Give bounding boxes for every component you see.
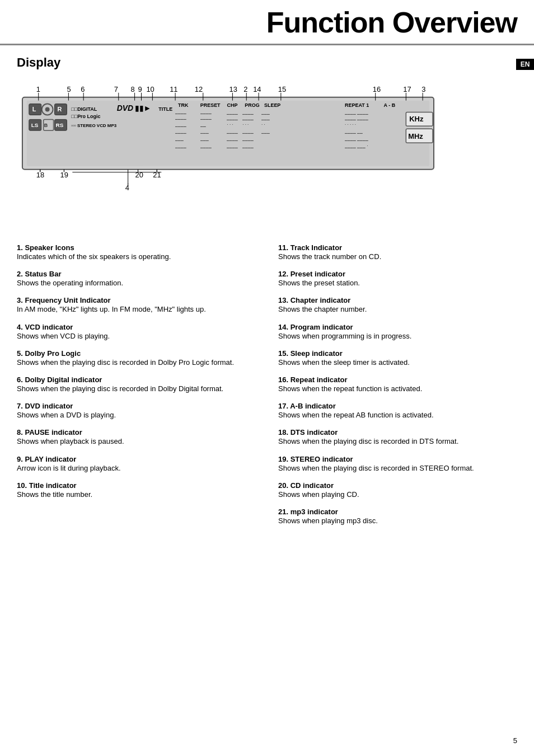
item-title-20: 20. CD indicator [278, 481, 517, 490]
item-body-5: Shows when the playing disc is recorded … [17, 358, 256, 368]
desc-item-19: 19. STEREO indicatorShows when the playi… [278, 455, 517, 473]
svg-text:▮▮: ▮▮ [135, 104, 144, 112]
svg-text:15: 15 [278, 85, 286, 93]
page-header: Function Overview [0, 0, 534, 45]
svg-text:⎯⎯⎯⎯: ⎯⎯⎯⎯ [242, 143, 254, 148]
svg-text:6: 6 [81, 85, 85, 93]
desc-item-17: 17. A-B indicatorShows when the repeat A… [278, 402, 517, 420]
svg-text:⎯⎯⎯⎯ ⎯⎯: ⎯⎯⎯⎯ ⎯⎯ [345, 129, 363, 134]
desc-item-2: 2. Status BarShows the operating informa… [17, 270, 256, 288]
svg-text:□□DIGITAL: □□DIGITAL [71, 106, 97, 112]
item-title-6: 6. Dolby Digital indicator [17, 375, 256, 384]
svg-text:12: 12 [195, 85, 203, 93]
svg-text:DVD: DVD [117, 104, 133, 112]
desc-item-1: 1. Speaker IconsIndicates which of the s… [17, 243, 256, 262]
desc-item-11: 11. Track IndicatorShows the track numbe… [278, 243, 517, 262]
desc-item-14: 14. Program indicatorShows when programm… [278, 323, 517, 341]
desc-item-3: 3. Frequency Unit IndicatorIn AM mode, "… [17, 296, 256, 314]
svg-text:4: 4 [125, 184, 129, 192]
svg-text:⎯⎯⎯⎯: ⎯⎯⎯⎯ [227, 143, 238, 148]
page-title: Function Overview [266, 6, 517, 39]
svg-text:⎯⎯⎯⎯: ⎯⎯⎯⎯ [242, 136, 254, 141]
svg-text:· · · · ·: · · · · · [345, 122, 356, 127]
svg-text:⎯⎯⎯⎯: ⎯⎯⎯⎯ [175, 109, 186, 114]
svg-text:⎯⎯⎯: ⎯⎯⎯ [200, 129, 209, 134]
item-title-10: 10. Title indicator [17, 481, 256, 490]
item-body-16: Shows when the repeat function is activa… [278, 384, 517, 394]
item-body-15: Shows when the sleep timer is activated. [278, 358, 517, 368]
svg-text:⎯⎯⎯⎯ ⎯⎯⎯ ·: ⎯⎯⎯⎯ ⎯⎯⎯ · [345, 143, 368, 148]
svg-text:L: L [32, 106, 36, 113]
svg-text:⎯⎯⎯: ⎯⎯⎯ [261, 110, 270, 115]
item-title-9: 9. PLAY indicator [17, 455, 256, 463]
item-body-14: Shows when programming is in progress. [278, 331, 517, 341]
svg-text:⎯⎯⎯: ⎯⎯⎯ [261, 115, 270, 120]
item-body-17: Shows when the repeat AB function is act… [278, 410, 517, 420]
svg-text:⎯⎯⎯⎯: ⎯⎯⎯⎯ [227, 129, 238, 134]
svg-text:⎯⎯⎯⎯: ⎯⎯⎯⎯ [175, 122, 186, 127]
svg-text:16: 16 [373, 85, 381, 93]
desc-item-16: 16. Repeat indicatorShows when the repea… [278, 375, 517, 394]
desc-item-18: 18. DTS indicatorShows when the playing … [278, 428, 517, 447]
svg-text:PRESET: PRESET [200, 102, 221, 108]
item-body-20: Shows when playing CD. [278, 490, 517, 500]
description-col-right: 11. Track IndicatorShows the track numbe… [278, 243, 517, 534]
svg-text:TRK: TRK [178, 102, 189, 108]
svg-text:⎯⎯⎯⎯: ⎯⎯⎯⎯ [175, 115, 186, 120]
item-body-19: Shows when the playing disc is recorded … [278, 463, 517, 473]
svg-text:⎯⎯⎯⎯: ⎯⎯⎯⎯ [242, 110, 254, 115]
desc-item-10: 10. Title indicatorShows the title numbe… [17, 481, 256, 500]
item-body-7: Shows when a DVD is playing. [17, 410, 256, 420]
item-body-3: In AM mode, "KHz" lights up. In FM mode,… [17, 304, 256, 314]
svg-text:⎯⎯⎯⎯: ⎯⎯⎯⎯ [200, 115, 212, 120]
desc-item-9: 9. PLAY indicatorArrow icon is lit durin… [17, 455, 256, 473]
svg-text:TITLE: TITLE [158, 106, 172, 112]
svg-text:⎯⎯⎯⎯: ⎯⎯⎯⎯ [242, 129, 254, 134]
item-title-1: 1. Speaker Icons [17, 243, 256, 252]
svg-text:⎯⎯⎯⎯: ⎯⎯⎯⎯ [227, 136, 238, 141]
svg-text:MHz: MHz [408, 132, 423, 140]
desc-item-15: 15. Sleep indicatorShows when the sleep … [278, 349, 517, 368]
svg-text:SLEEP: SLEEP [264, 102, 280, 108]
svg-text:11: 11 [170, 85, 177, 93]
item-body-1: Indicates which of the six speakers is o… [17, 252, 256, 262]
svg-text:⎯⎯⎯⎯: ⎯⎯⎯⎯ [227, 110, 238, 115]
svg-text:13: 13 [229, 85, 237, 93]
svg-text:⎯⎯⎯: ⎯⎯⎯ [200, 136, 209, 141]
desc-item-13: 13. Chapter indicatorShows the chapter n… [278, 296, 517, 314]
svg-text:⎯⎯⎯: ⎯⎯⎯ [261, 129, 270, 134]
svg-text:1: 1 [36, 85, 40, 93]
item-title-2: 2. Status Bar [17, 270, 256, 278]
item-title-15: 15. Sleep indicator [278, 349, 517, 358]
item-body-11: Shows the track number on CD. [278, 252, 517, 262]
svg-text:⎯⎯⎯⎯ ⎯⎯⎯⎯: ⎯⎯⎯⎯ ⎯⎯⎯⎯ [345, 110, 368, 115]
item-body-6: Shows when the playing disc is recorded … [17, 384, 256, 394]
svg-text:2: 2 [243, 85, 247, 93]
svg-text:· ·: · · [261, 122, 265, 127]
item-body-4: Shows when VCD is playing. [17, 331, 256, 341]
item-title-3: 3. Frequency Unit Indicator [17, 296, 256, 304]
svg-text:REPEAT 1: REPEAT 1 [345, 102, 369, 108]
item-title-13: 13. Chapter indicator [278, 296, 517, 304]
svg-text:7: 7 [114, 85, 118, 93]
item-title-4: 4. VCD indicator [17, 323, 256, 331]
svg-text:⎯⎯⎯⎯ ⎯⎯⎯⎯: ⎯⎯⎯⎯ ⎯⎯⎯⎯ [345, 136, 368, 141]
desc-item-12: 12. Preset indicatorShows the preset sta… [278, 270, 517, 288]
item-body-21: Shows when playing mp3 disc. [278, 516, 517, 526]
item-title-12: 12. Preset indicator [278, 270, 517, 278]
svg-text:⎯⎯⎯⎯: ⎯⎯⎯⎯ [200, 143, 212, 148]
svg-text:□□Pro Logic: □□Pro Logic [71, 114, 100, 119]
description-col-left: 1. Speaker IconsIndicates which of the s… [17, 243, 256, 534]
item-title-19: 19. STEREO indicator [278, 455, 517, 463]
svg-text:3: 3 [421, 85, 425, 93]
svg-text:CHP: CHP [227, 102, 237, 108]
svg-text:RS: RS [56, 122, 64, 128]
page-number: 5 [513, 736, 517, 745]
svg-text:⎯⎯⎯⎯: ⎯⎯⎯⎯ [175, 129, 186, 134]
main-content: Display 1 5 6 7 8 9 10 11 12 13 2 [0, 45, 534, 545]
svg-text:KHz: KHz [409, 115, 424, 123]
diagram-svg: 1 5 6 7 8 9 10 11 12 13 2 14 15 [17, 76, 517, 232]
item-body-10: Shows the title number. [17, 490, 256, 500]
svg-text:R: R [58, 106, 62, 113]
item-body-18: Shows when the playing disc is recorded … [278, 436, 517, 447]
